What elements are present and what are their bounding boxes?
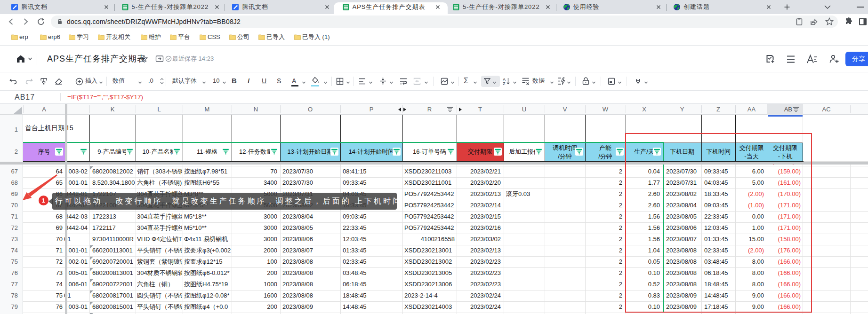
svg-text:Z: Z [503, 81, 506, 86]
